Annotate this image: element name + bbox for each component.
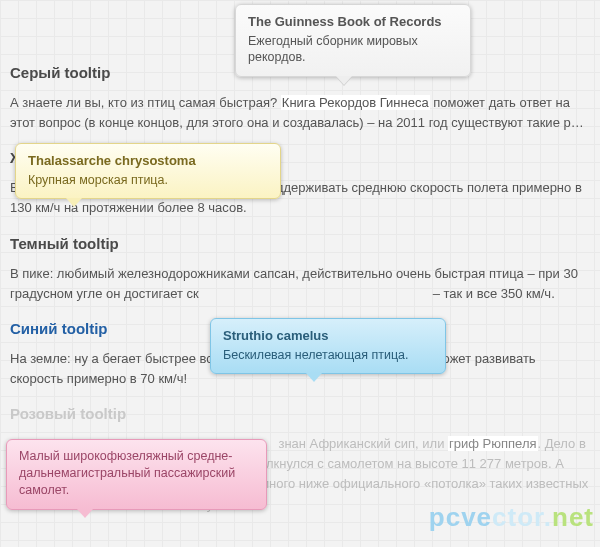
tooltip-pink-body: Малый широкофюзеляжный средне-дальнемаги… <box>19 448 254 499</box>
tooltip-arrow <box>336 76 352 85</box>
paragraph-dark: В пике: любимый железнодорожниками сапса… <box>10 264 590 304</box>
heading-pink: Розовый tooltip <box>10 405 590 422</box>
text: знан Африканский сип, или <box>278 436 448 451</box>
tooltip-blue-title: Struthio camelus <box>223 327 433 345</box>
tooltip-blue-body: Бескилевая нелетающая птица. <box>223 347 433 364</box>
tooltip-yellow: Thalassarche chrysostoma Крупная морская… <box>15 143 281 199</box>
tooltip-gray-title: The Guinness Book of Records <box>248 13 458 31</box>
tooltip-gray: The Guinness Book of Records Ежегодный с… <box>235 4 471 77</box>
paragraph-gray: А знаете ли вы, кто из птиц самая быстра… <box>10 93 590 133</box>
text: А знаете ли вы, кто из птиц самая быстра… <box>10 95 281 110</box>
tooltip-yellow-title: Thalassarche chrysostoma <box>28 152 268 170</box>
heading-dark: Темный tooltip <box>10 235 590 252</box>
tooltip-arrow <box>306 373 322 382</box>
text: – так и все 350 км/ч. <box>429 286 555 301</box>
tooltip-pink: Малый широкофюзеляжный средне-дальнемаги… <box>6 439 267 510</box>
tooltip-arrow <box>66 198 82 207</box>
tooltip-gray-body: Ежегодный сборник мировых рекордов. <box>248 33 458 67</box>
highlight-vulture[interactable]: гриф Рюппеля <box>448 436 537 451</box>
highlight-guinness[interactable]: Книга Рекордов Гиннеса <box>281 95 430 110</box>
tooltip-blue: Struthio camelus Бескилевая нелетающая п… <box>210 318 446 374</box>
tooltip-yellow-body: Крупная морская птица. <box>28 172 268 189</box>
tooltip-arrow <box>77 509 93 518</box>
